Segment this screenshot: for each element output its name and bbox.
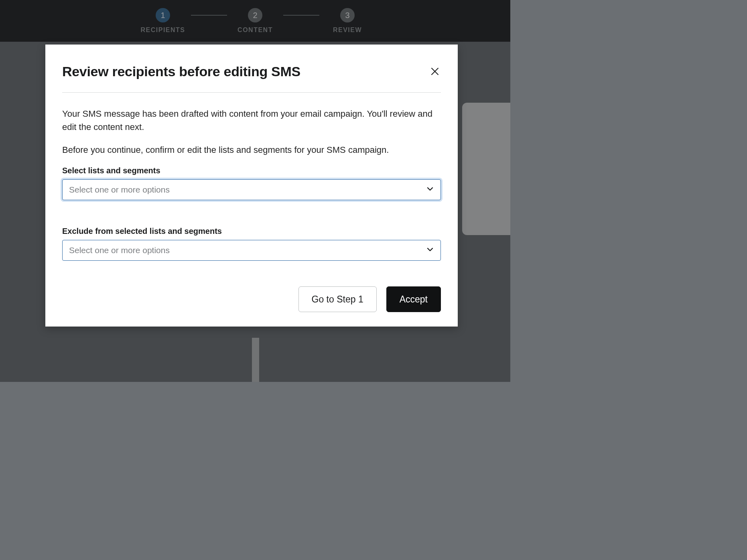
modal-header: Review recipients before editing SMS [62,64,441,93]
close-button[interactable] [429,65,441,77]
include-field-label: Select lists and segments [62,166,441,175]
close-icon [430,67,439,76]
modal-footer: Go to Step 1 Accept [62,286,441,312]
exclude-lists-select[interactable]: Select one or more options [62,240,441,261]
chevron-down-icon [426,246,434,255]
go-to-step-1-button[interactable]: Go to Step 1 [298,286,377,312]
modal-description-2: Before you continue, confirm or edit the… [62,143,441,156]
chevron-down-icon [426,185,434,195]
exclude-field-label: Exclude from selected lists and segments [62,227,441,236]
review-recipients-modal: Review recipients before editing SMS You… [45,45,458,327]
select-placeholder: Select one or more options [69,185,170,195]
modal-body: Your SMS message has been drafted with c… [62,93,441,261]
modal-title: Review recipients before editing SMS [62,64,300,79]
select-placeholder: Select one or more options [69,246,170,255]
include-lists-select[interactable]: Select one or more options [62,179,441,200]
modal-description-1: Your SMS message has been drafted with c… [62,107,441,134]
accept-button[interactable]: Accept [386,286,441,312]
